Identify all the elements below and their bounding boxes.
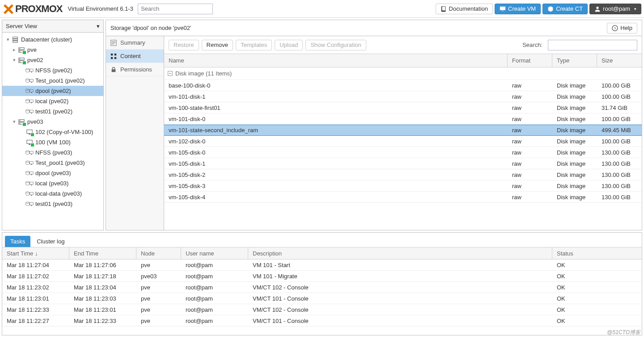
remove-button[interactable]: Remove xyxy=(202,40,233,50)
tree-item[interactable]: Test_pool1 (pve02) xyxy=(2,75,103,86)
table-row[interactable]: vm-100-state-first01rawDisk image31.74 G… xyxy=(164,102,642,113)
tree-item[interactable]: NFSS (pve03) xyxy=(2,147,103,158)
create-ct-label: Create CT xyxy=(556,5,583,12)
tasks-tabbar: Tasks Cluster log xyxy=(2,233,642,247)
task-col-start[interactable]: Start Time ↓ xyxy=(2,247,69,259)
svg-rect-32 xyxy=(27,140,32,143)
create-ct-button[interactable]: Create CT xyxy=(542,4,588,14)
content-search-input[interactable] xyxy=(548,40,637,50)
show-config-button[interactable]: Show Configuration xyxy=(305,40,366,50)
col-header-format[interactable]: Format xyxy=(508,54,552,67)
help-label: Help xyxy=(620,25,632,31)
svg-rect-36 xyxy=(30,154,32,154)
col-header-type[interactable]: Type xyxy=(552,54,597,67)
task-row[interactable]: Mar 18 11:23:02Mar 18 11:23:04pveroot@pa… xyxy=(2,282,642,293)
table-row[interactable]: vm-101-disk-1rawDisk image100.00 GiB xyxy=(164,91,642,102)
table-row[interactable]: vm-105-disk-2rawDisk image130.00 GiB xyxy=(164,169,642,180)
server-view-selector[interactable]: Server View ▾ xyxy=(2,20,103,33)
content-panel: Storage 'dpool' on node 'pve02' ? Help S… xyxy=(106,20,642,230)
tab-tasks[interactable]: Tasks xyxy=(5,236,30,247)
collapse-icon[interactable]: − xyxy=(168,71,173,76)
tab-summary-label: Summary xyxy=(120,39,145,46)
task-row[interactable]: Mar 18 11:27:02Mar 18 11:27:18pve03root@… xyxy=(2,271,642,282)
top-header: PROXMOX Virtual Environment 6.1-3 Docume… xyxy=(0,0,644,18)
tree-item[interactable]: local (pve03) xyxy=(2,178,103,188)
tree-item[interactable]: test01 (pve02) xyxy=(2,106,103,117)
svg-rect-33 xyxy=(29,144,30,145)
table-row[interactable]: vm-105-disk-4rawDisk image130.00 GiB xyxy=(164,192,642,203)
side-tabs: Summary Content Permissions xyxy=(106,36,164,230)
tab-content[interactable]: Content xyxy=(106,50,164,63)
svg-point-29 xyxy=(20,123,21,124)
tree-item[interactable]: NFSS (pve02) xyxy=(2,65,103,75)
search-input[interactable] xyxy=(138,4,213,14)
table-row[interactable]: vm-105-disk-0rawDisk image130.00 GiB xyxy=(164,147,642,158)
user-label: root@pam xyxy=(603,5,630,12)
svg-rect-21 xyxy=(30,100,33,102)
col-header-size[interactable]: Size xyxy=(597,54,642,67)
table-row[interactable]: vm-101-state-second_include_ramrawDisk i… xyxy=(164,125,642,136)
tree-item[interactable]: 100 (VM 100) xyxy=(2,137,103,147)
task-col-end[interactable]: End Time xyxy=(69,247,136,259)
version-label: Virtual Environment 6.1-3 xyxy=(68,5,133,12)
table-row[interactable]: base-100-disk-0rawDisk image100.00 GiB xyxy=(164,80,642,91)
documentation-button[interactable]: Documentation xyxy=(436,4,493,14)
task-col-status[interactable]: Status xyxy=(552,247,642,259)
tab-permissions[interactable]: Permissions xyxy=(106,63,164,76)
task-col-desc[interactable]: Description xyxy=(248,247,552,259)
user-menu-button[interactable]: root@pam ▾ xyxy=(589,4,641,14)
svg-rect-38 xyxy=(30,161,33,163)
col-header-name[interactable]: Name xyxy=(164,54,508,67)
svg-point-9 xyxy=(20,59,21,59)
logo-x-icon xyxy=(3,3,14,15)
table-row[interactable]: vm-101-disk-0rawDisk image100.00 GiB xyxy=(164,113,642,125)
table-row[interactable]: vm-102-disk-0rawDisk image100.00 GiB xyxy=(164,136,642,147)
task-col-user[interactable]: User name xyxy=(181,247,248,259)
task-row[interactable]: Mar 18 11:22:33Mar 18 11:23:01pveroot@pa… xyxy=(2,304,642,315)
svg-rect-15 xyxy=(30,79,33,81)
lock-icon xyxy=(110,67,117,73)
tab-cluster-log[interactable]: Cluster log xyxy=(31,236,70,247)
svg-rect-16 xyxy=(30,82,32,82)
grid-header: Name Format Type Size xyxy=(164,54,642,67)
watermark-text: @51CTO博客 xyxy=(607,329,640,336)
tree-item[interactable]: ▾pve02 xyxy=(2,55,103,65)
svg-rect-2 xyxy=(13,41,18,42)
svg-rect-13 xyxy=(30,71,32,72)
task-row[interactable]: Mar 18 11:22:27Mar 18 11:22:33pveroot@pa… xyxy=(2,315,642,326)
tab-summary[interactable]: Summary xyxy=(106,36,164,50)
group-label: Disk image (11 Items) xyxy=(175,70,232,77)
tree-item[interactable]: test01 (pve03) xyxy=(2,199,103,209)
tree-item[interactable]: ▾Datacenter (cluster) xyxy=(2,34,103,45)
create-vm-button[interactable]: Create VM xyxy=(495,4,541,14)
table-row[interactable]: vm-105-disk-1rawDisk image130.00 GiB xyxy=(164,158,642,169)
tree-item[interactable]: dpool (pve03) xyxy=(2,168,103,178)
tab-permissions-label: Permissions xyxy=(120,66,152,73)
cube-icon xyxy=(547,6,554,12)
svg-rect-44 xyxy=(30,182,33,184)
svg-rect-24 xyxy=(30,110,33,112)
grid-body: base-100-disk-0rawDisk image100.00 GiBvm… xyxy=(164,80,642,203)
svg-point-6 xyxy=(20,51,21,52)
task-row[interactable]: Mar 18 11:23:01Mar 18 11:23:03pveroot@pa… xyxy=(2,293,642,304)
tree-item[interactable]: local-data (pve03) xyxy=(2,188,103,199)
tree-item[interactable]: Test_pool1 (pve03) xyxy=(2,158,103,168)
tree-item[interactable]: dpool (pve02) xyxy=(2,86,103,96)
upload-button[interactable]: Upload xyxy=(275,40,303,50)
tree-item[interactable]: ▾pve03 xyxy=(2,117,103,127)
table-row[interactable]: vm-105-disk-3rawDisk image130.00 GiB xyxy=(164,180,642,192)
restore-button[interactable]: Restore xyxy=(169,40,199,50)
task-row[interactable]: Mar 18 11:27:04Mar 18 11:27:06pveroot@pa… xyxy=(2,259,642,271)
panel-title-text: Storage 'dpool' on node 'pve02' xyxy=(110,25,191,31)
tree-item[interactable]: local (pve02) xyxy=(2,96,103,106)
templates-button[interactable]: Templates xyxy=(236,40,272,50)
group-row[interactable]: − Disk image (11 Items) xyxy=(164,67,642,80)
task-col-node[interactable]: Node xyxy=(136,247,181,259)
tree-item[interactable]: 102 (Copy-of-VM-100) xyxy=(2,127,103,137)
tree-item[interactable]: ▸pve xyxy=(2,45,103,55)
help-button[interactable]: ? Help xyxy=(607,23,637,33)
content-toolbar: Restore Remove Templates Upload Show Con… xyxy=(164,36,642,54)
svg-rect-58 xyxy=(114,57,116,59)
svg-point-10 xyxy=(20,61,21,62)
tasks-body: Mar 18 11:27:04Mar 18 11:27:06pveroot@pa… xyxy=(2,259,642,326)
